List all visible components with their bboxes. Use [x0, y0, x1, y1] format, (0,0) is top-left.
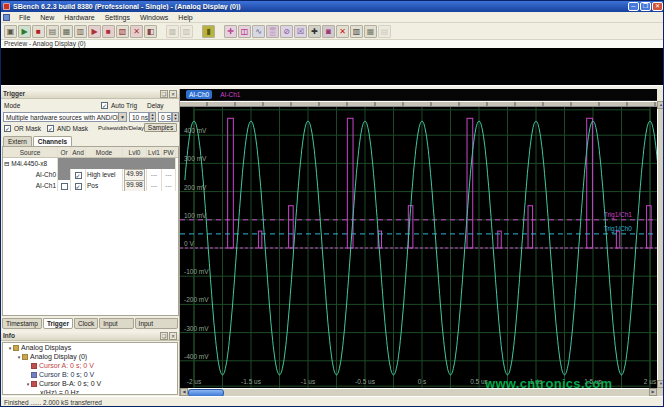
- close-panel-icon[interactable]: ✕: [169, 90, 177, 98]
- delay-spinner[interactable]: ▲▼: [172, 112, 179, 122]
- table-group-row[interactable]: ⊟ M4i.4450-x8 S...: [3, 158, 178, 169]
- fft-icon[interactable]: ▒: [266, 25, 279, 38]
- mode-cell[interactable]: Pos: [86, 180, 123, 191]
- samples-button[interactable]: Samples: [144, 123, 177, 132]
- pin-panel-icon[interactable]: ❏: [160, 332, 168, 340]
- delay-select[interactable]: 0 S: [158, 112, 172, 122]
- card-start-icon[interactable]: ▶: [88, 25, 101, 38]
- checkbox-checked-icon[interactable]: ✓: [75, 172, 82, 179]
- menu-file[interactable]: File: [14, 12, 35, 23]
- tree-item[interactable]: ▾Analog Display (0): [3, 352, 177, 361]
- or-mask-checkbox[interactable]: ✓: [4, 125, 11, 132]
- scroll-right-icon[interactable]: ▶: [649, 388, 657, 396]
- grid-view-icon[interactable]: ▦: [364, 25, 377, 38]
- window-menu-icon[interactable]: [3, 14, 10, 21]
- y-axis-tick-label: 200 mV: [184, 184, 207, 191]
- tree-item[interactable]: Cursor A: 0 s; 0 V: [3, 361, 177, 370]
- tab-timestamp[interactable]: Timestamp: [2, 318, 42, 329]
- menu-settings[interactable]: Settings: [100, 12, 135, 23]
- source-cell: AI-Ch0: [3, 169, 58, 180]
- minimize-button[interactable]: ─: [628, 2, 639, 11]
- table-row[interactable]: AI-Ch1✓Pos99.98 ..------: [3, 180, 178, 191]
- lvl0-cell[interactable]: 99.98 ..: [123, 180, 147, 191]
- card-settings-icon[interactable]: ◧: [144, 25, 157, 38]
- and-checkbox[interactable]: ✓: [71, 180, 86, 191]
- lvl0-field[interactable]: 49.99 ..: [124, 169, 145, 180]
- maximize-button[interactable]: ❐: [640, 2, 651, 11]
- scroll-up-icon[interactable]: ▲: [657, 101, 664, 109]
- tree-node-icon: [22, 354, 28, 360]
- tab-input-channels[interactable]: Input Channels: [135, 318, 178, 329]
- display-icon[interactable]: ▤: [46, 25, 59, 38]
- column-header: And: [71, 147, 86, 157]
- snapshot-icon[interactable]: ◫: [238, 25, 251, 38]
- text-columns-icon[interactable]: ▥: [350, 25, 363, 38]
- close-info-icon[interactable]: ✕: [169, 332, 177, 340]
- abort-icon[interactable]: ✕: [130, 25, 143, 38]
- tab-extern[interactable]: Extern: [3, 136, 32, 146]
- trig-time-spinner[interactable]: ▲▼: [149, 112, 156, 122]
- mode-cell[interactable]: High level: [86, 169, 123, 180]
- tab-input-mode[interactable]: Input Mode: [99, 318, 133, 329]
- x-axis-tick-label: -1 us: [301, 378, 316, 385]
- tree-node-icon: [31, 372, 37, 378]
- or-checkbox[interactable]: [58, 180, 71, 191]
- card-stop-icon[interactable]: ■: [102, 25, 115, 38]
- crosshair-icon[interactable]: ✚: [308, 25, 321, 38]
- plot-area[interactable]: Trig1/Ch1Trig1/Ch0400 mV300 mV200 mV100 …: [180, 107, 657, 388]
- tree-item[interactable]: x(Hz) = 0 Hz: [3, 388, 177, 395]
- delete-icon[interactable]: ✕: [336, 25, 349, 38]
- tree-item[interactable]: ▾Analog Displays: [3, 343, 177, 352]
- float-panel-icon[interactable]: ❏: [160, 90, 168, 98]
- menu-hardware[interactable]: Hardware: [59, 12, 99, 23]
- scroll-left-icon[interactable]: ◀: [180, 388, 188, 396]
- checkbox-icon[interactable]: [61, 183, 68, 190]
- auto-trig-checkbox[interactable]: ✓: [101, 102, 108, 109]
- record-stop-icon[interactable]: ■: [32, 25, 45, 38]
- cursor-tool-icon[interactable]: ✛: [224, 25, 237, 38]
- menu-help[interactable]: Help: [173, 12, 197, 23]
- tree-item[interactable]: ▾Cursor B-A: 0 s; 0 V: [3, 379, 177, 388]
- block-average-icon[interactable]: ⊘: [280, 25, 293, 38]
- fifo-mode-icon[interactable]: ▧: [116, 25, 129, 38]
- tab-clock[interactable]: Clock: [74, 318, 98, 329]
- table-row[interactable]: AI-Ch0✓High level49.99 ..------: [3, 169, 178, 180]
- channel-tab-ch1[interactable]: AI-Ch1: [220, 91, 240, 98]
- signal-analysis-icon[interactable]: ∿: [252, 25, 265, 38]
- and-checkbox[interactable]: ✓: [71, 169, 86, 180]
- info-panel-titlebar: Info ❏ ✕: [1, 331, 179, 341]
- new-file-icon[interactable]: ▣: [4, 25, 17, 38]
- trigger-tabs: ExternChannels: [3, 136, 73, 146]
- menu-windows[interactable]: Windows: [135, 12, 173, 23]
- toolbar: ▣▶■▤▦▥▶■▧✕◧▩▨▮✛◫∿▒⊘☒✚◙✕▥▦▤: [1, 23, 664, 40]
- scroll-down-icon[interactable]: ▼: [657, 380, 664, 388]
- card-icon[interactable]: ▥: [74, 25, 87, 38]
- trigger-mode-select[interactable]: Multiple hardware sources with AND/OR ▼: [3, 112, 127, 122]
- display-add-icon[interactable]: ▦: [60, 25, 73, 38]
- lvl0-field[interactable]: 99.98 ..: [124, 180, 145, 191]
- x-axis-tick-label: -2 us: [187, 378, 202, 385]
- trig-time-field[interactable]: 10 ns: [129, 112, 149, 122]
- source-cell: AI-Ch1: [3, 180, 58, 191]
- vertical-scrollbar[interactable]: ▲ ▼: [657, 101, 664, 388]
- battery-status-icon[interactable]: ▮: [202, 25, 215, 38]
- tree-item[interactable]: Cursor B: 0 s; 0 V: [3, 370, 177, 379]
- checkbox-checked-icon[interactable]: ✓: [75, 183, 82, 190]
- lvl0-cell[interactable]: 49.99 ..: [123, 169, 147, 180]
- and-mask-checkbox[interactable]: ✓: [47, 125, 54, 132]
- x-axis-tick-label: 0 s: [418, 378, 427, 385]
- info-panel-title: Info: [3, 332, 159, 339]
- menu-new[interactable]: New: [35, 12, 59, 23]
- channel-tab-ch0[interactable]: AI-Ch0: [186, 90, 212, 99]
- tab-channels[interactable]: Channels: [33, 136, 72, 146]
- start-acquisition-icon[interactable]: ▶: [18, 25, 31, 38]
- close-button[interactable]: ✕: [652, 2, 663, 11]
- xy-display-icon[interactable]: ☒: [294, 25, 307, 38]
- tree-node-label: Cursor B: 0 s; 0 V: [39, 371, 94, 378]
- preview-area[interactable]: [1, 48, 664, 85]
- overlay-icon[interactable]: ◙: [322, 25, 335, 38]
- x-axis-tick-label: -0.5 us: [355, 378, 376, 385]
- tab-trigger[interactable]: Trigger: [43, 318, 73, 329]
- window-title: SBench 6.2.3 build 8380 (Professional - …: [13, 3, 627, 10]
- zoom-out-icon: ▨: [180, 25, 193, 38]
